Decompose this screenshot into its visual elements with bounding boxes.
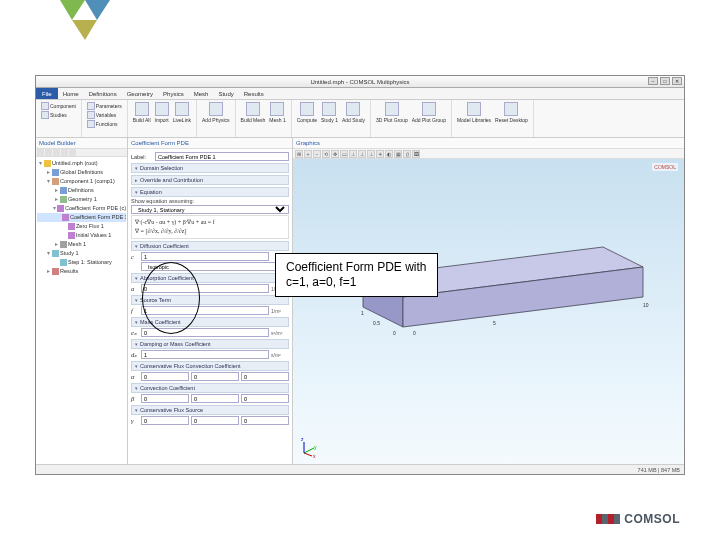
add-study-button[interactable]: Add Study bbox=[340, 101, 367, 124]
tree-btn-4[interactable] bbox=[61, 149, 68, 156]
eq-study-select[interactable]: Study 1, Stationary bbox=[131, 205, 289, 214]
be-z-input[interactable] bbox=[241, 394, 289, 403]
maximize-button[interactable]: □ bbox=[660, 77, 670, 85]
minimize-button[interactable]: – bbox=[648, 77, 658, 85]
svg-text:0: 0 bbox=[413, 330, 416, 336]
ribbon-group-layout: Model Libraries Reset Desktop bbox=[452, 100, 534, 137]
section-cflux[interactable]: Conservative Flux Convection Coefficient bbox=[131, 361, 289, 371]
file-menu[interactable]: File bbox=[36, 88, 58, 99]
tree-node[interactable]: ▸Global Definitions bbox=[37, 168, 126, 177]
be-y-input[interactable] bbox=[191, 394, 239, 403]
al-y-input[interactable] bbox=[191, 372, 239, 381]
gfx-rotate[interactable]: ⟲ bbox=[322, 150, 330, 158]
tab-results[interactable]: Results bbox=[239, 91, 269, 97]
gfx-image[interactable]: 🖼 bbox=[412, 150, 420, 158]
ga-x-input[interactable] bbox=[141, 416, 189, 425]
ga-z-input[interactable] bbox=[241, 416, 289, 425]
graphics-canvas[interactable]: COMSOL 1 0.5 0 0 5 10 bbox=[293, 159, 684, 464]
gfx-zoom-in[interactable]: + bbox=[304, 150, 312, 158]
tree-btn-5[interactable] bbox=[69, 149, 76, 156]
tree-node[interactable]: ▾Coefficient Form PDE (c) bbox=[37, 204, 126, 213]
da-input[interactable] bbox=[141, 350, 269, 359]
tab-mesh[interactable]: Mesh bbox=[189, 91, 214, 97]
al-x-input[interactable] bbox=[141, 372, 189, 381]
graphics-panel: Graphics ⊞ + − ⟲ ✥ ▭ ⊥ ⊥ ⊥ ☀ ◐ ▦ ⎙ 🖼 COM… bbox=[293, 138, 684, 464]
tree-node[interactable]: ▸Geometry 1 bbox=[37, 195, 126, 204]
build-all-button[interactable]: Build All bbox=[131, 101, 153, 124]
gfx-pan[interactable]: ✥ bbox=[331, 150, 339, 158]
parameters-button[interactable]: Parameters bbox=[86, 102, 123, 110]
ga-y-input[interactable] bbox=[191, 416, 239, 425]
gfx-view-xy[interactable]: ⊥ bbox=[349, 150, 357, 158]
gfx-select[interactable]: ▭ bbox=[340, 150, 348, 158]
a-input[interactable] bbox=[141, 284, 269, 293]
section-diffusion[interactable]: Diffusion Coefficient bbox=[131, 241, 289, 251]
tab-physics[interactable]: Physics bbox=[158, 91, 189, 97]
build-mesh-button[interactable]: Build Mesh bbox=[239, 101, 268, 124]
section-absorption[interactable]: Absorption Coefficient bbox=[131, 273, 289, 283]
pi-icon bbox=[87, 102, 95, 110]
tree-node[interactable]: ▾Untitled.mph (root) bbox=[37, 159, 126, 168]
gfx-zoom-extents[interactable]: ⊞ bbox=[295, 150, 303, 158]
section-equation[interactable]: Equation bbox=[131, 187, 289, 197]
physics-icon bbox=[209, 102, 223, 116]
gfx-wireframe[interactable]: ▦ bbox=[394, 150, 402, 158]
gfx-transparency[interactable]: ◐ bbox=[385, 150, 393, 158]
gfx-view-xz[interactable]: ⊥ bbox=[367, 150, 375, 158]
tab-study[interactable]: Study bbox=[213, 91, 238, 97]
tab-definitions[interactable]: Definitions bbox=[84, 91, 122, 97]
section-source[interactable]: Source Term bbox=[131, 295, 289, 305]
component-dropdown[interactable]: Component bbox=[40, 102, 77, 110]
mesh-dropdown[interactable]: Mesh 1 bbox=[267, 101, 287, 124]
tree-btn-2[interactable] bbox=[45, 149, 52, 156]
import-button[interactable]: Import bbox=[153, 101, 171, 124]
ribbon-group-component: Component Studies bbox=[36, 100, 82, 137]
be-x-input[interactable] bbox=[141, 394, 189, 403]
plot-group-button[interactable]: 3D Plot Group bbox=[374, 101, 410, 124]
add-plot-button[interactable]: Add Plot Group bbox=[410, 101, 448, 124]
functions-button[interactable]: Functions bbox=[86, 120, 123, 128]
variables-button[interactable]: Variables bbox=[86, 111, 123, 119]
section-convection[interactable]: Convection Coefficient bbox=[131, 383, 289, 393]
gfx-print[interactable]: ⎙ bbox=[403, 150, 411, 158]
section-domain[interactable]: Domain Selection bbox=[131, 163, 289, 173]
gfx-view-yz[interactable]: ⊥ bbox=[358, 150, 366, 158]
tree-node[interactable]: ▸Mesh 1 bbox=[37, 240, 126, 249]
tree-node[interactable]: ▸Results bbox=[37, 267, 126, 276]
tab-geometry[interactable]: Geometry bbox=[122, 91, 158, 97]
tree-node[interactable]: ▾Component 1 (comp1) bbox=[37, 177, 126, 186]
tree-btn-1[interactable] bbox=[37, 149, 44, 156]
tree-node[interactable]: Initial Values 1 bbox=[37, 231, 126, 240]
label-input[interactable] bbox=[155, 152, 289, 161]
study-dropdown[interactable]: Study 1 bbox=[319, 101, 340, 124]
reset-desktop-button[interactable]: Reset Desktop bbox=[493, 101, 530, 124]
studies-icon bbox=[41, 111, 49, 119]
al-z-input[interactable] bbox=[241, 372, 289, 381]
tree-node[interactable]: Coefficient Form PDE 1 bbox=[37, 213, 126, 222]
tree-node[interactable]: Step 1: Stationary bbox=[37, 258, 126, 267]
svg-line-12 bbox=[304, 453, 312, 456]
model-libraries-button[interactable]: Model Libraries bbox=[455, 101, 493, 124]
compute-button[interactable]: Compute bbox=[295, 101, 319, 124]
menubar: File Home Definitions Geometry Physics M… bbox=[36, 88, 684, 100]
tree-node[interactable]: ▸Definitions bbox=[37, 186, 126, 195]
section-csource[interactable]: Conservative Flux Source bbox=[131, 405, 289, 415]
studies-dropdown[interactable]: Studies bbox=[40, 111, 77, 119]
tree-node[interactable]: Zero Flux 1 bbox=[37, 222, 126, 231]
section-override[interactable]: Override and Contribution bbox=[131, 175, 289, 185]
gfx-light[interactable]: ☀ bbox=[376, 150, 384, 158]
tab-home[interactable]: Home bbox=[58, 91, 84, 97]
f-input[interactable] bbox=[141, 306, 269, 315]
ea-input[interactable] bbox=[141, 328, 269, 337]
close-button[interactable]: ✕ bbox=[672, 77, 682, 85]
tree-node[interactable]: ▾Study 1 bbox=[37, 249, 126, 258]
c-type-select[interactable]: Isotropic bbox=[141, 262, 289, 271]
add-physics-button[interactable]: Add Physics bbox=[200, 101, 232, 124]
section-damping[interactable]: Damping or Mass Coefficient bbox=[131, 339, 289, 349]
gfx-zoom-out[interactable]: − bbox=[313, 150, 321, 158]
livelink-button[interactable]: LiveLink bbox=[171, 101, 193, 124]
model-tree[interactable]: ▾Untitled.mph (root)▸Global Definitions▾… bbox=[36, 157, 127, 278]
tree-btn-3[interactable] bbox=[53, 149, 60, 156]
c-input[interactable] bbox=[141, 252, 269, 261]
section-mass[interactable]: Mass Coefficient bbox=[131, 317, 289, 327]
